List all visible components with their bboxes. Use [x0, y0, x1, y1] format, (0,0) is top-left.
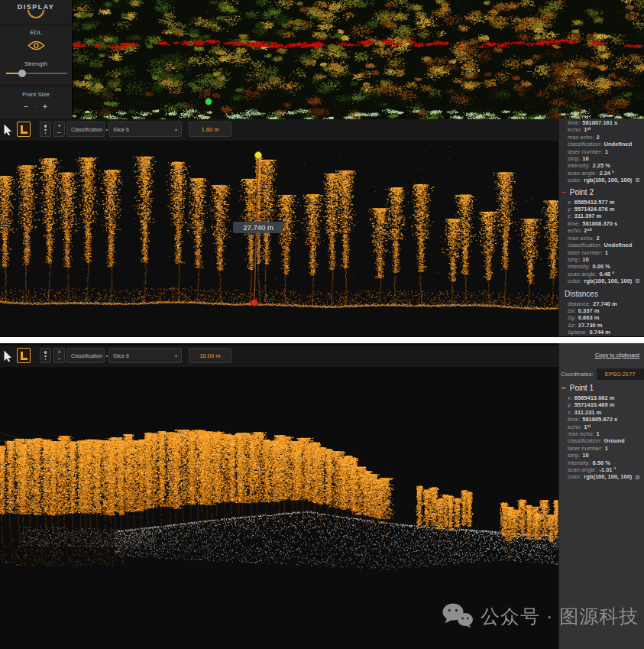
point-marker-yellow[interactable] — [254, 151, 262, 159]
info-row: y: 5571424.076 m — [559, 206, 644, 213]
point-marker-green[interactable] — [205, 98, 212, 105]
plus-icon[interactable]: + — [57, 122, 61, 129]
point-density-icon — [44, 125, 47, 134]
display-panel: DISPLAY EDL Strength Point Size − · + — [0, 0, 73, 119]
cursor-icon — [4, 350, 12, 362]
info-row: color: rgb(100, 100, 100) — [559, 473, 644, 480]
classification-dropdown[interactable]: Classification▾ — [66, 122, 105, 137]
info-row: Δplane: 0.744 m — [559, 329, 644, 336]
classification-dropdown[interactable]: Classification▾ — [66, 348, 105, 363]
strength-slider-thumb[interactable] — [18, 70, 26, 77]
info-row: echo: 1ˢᵗ — [559, 126, 644, 133]
point-size-indicator: · — [34, 104, 36, 109]
info-row: y: 5571410.469 m — [559, 401, 644, 408]
point1-tail-list: time: 581807.161 s echo: 1ˢᵗ max echo: 2 — [559, 119, 644, 184]
point-density-button[interactable] — [40, 122, 51, 137]
info-row: z: 311.397 m — [559, 213, 644, 219]
chevron-down-icon: ▾ — [175, 127, 177, 132]
plus-icon[interactable]: + — [57, 349, 61, 355]
info-row: scan angle: 2.24 ° — [559, 170, 644, 177]
point1-list: x: 6565413.062 m y: 5571410.469 m z: 311… — [559, 394, 644, 481]
info-row: z: 311.231 m — [559, 409, 644, 416]
slice-width-input-bottom[interactable]: 10.00 m — [189, 348, 231, 363]
info-row: laser number: 1 — [559, 148, 644, 155]
info-row: classification: Undefined — [559, 141, 644, 148]
profile-l-icon — [21, 352, 28, 360]
color-swatch — [636, 475, 639, 479]
chevron-down-icon: ▾ — [105, 127, 108, 132]
info-row: max echo: 2 — [559, 235, 644, 242]
coordinates-label: Coordinates: — [561, 371, 594, 378]
point1-marker: − — [561, 384, 566, 392]
point2-marker: − — [561, 188, 566, 196]
info-row: x: 6565413.062 m — [559, 394, 644, 401]
info-row: laser number: 1 — [559, 249, 644, 256]
info-row: x: 6565413.577 m — [559, 199, 644, 206]
info-row: laser number: 1 — [559, 445, 644, 452]
info-row: scan angle: -1.01 ° — [559, 466, 644, 473]
info-row: strip: 10 — [559, 155, 644, 162]
point-marker-red[interactable] — [251, 299, 258, 307]
coordinates-input[interactable] — [597, 368, 644, 380]
point1-header[interactable]: − Point 1 — [561, 384, 644, 392]
info-row: intensity: 2.25 % — [559, 162, 644, 169]
minus-icon[interactable]: − — [57, 129, 61, 136]
divider — [0, 85, 73, 86]
watermark: 公众号 · 图源科技 — [442, 602, 639, 630]
info-row: time: 581807.161 s — [559, 119, 644, 126]
point-size-increase-button[interactable]: + — [43, 102, 47, 111]
distances-header: Distances — [565, 290, 644, 298]
info-row: Δx: 0.337 m — [559, 307, 644, 314]
section-divider — [0, 337, 644, 343]
info-row: distance: 27.740 m — [559, 300, 644, 307]
zoom-in-out-button[interactable]: +− — [53, 122, 65, 137]
select-tool-button[interactable] — [2, 122, 14, 137]
point-size-label: Point Size — [0, 91, 72, 98]
point-density-button[interactable] — [40, 348, 51, 363]
info-row: strip: 10 — [559, 256, 644, 263]
select-tool-button[interactable] — [2, 348, 14, 363]
eye-icon[interactable] — [28, 40, 45, 54]
info-row: echo: 1ˢᵗ — [559, 423, 644, 430]
measurement-line — [0, 139, 558, 336]
wechat-icon — [442, 602, 474, 630]
info-row: time: 581808.370 s — [559, 220, 644, 227]
edl-label: EDL — [0, 29, 72, 36]
point-density-icon — [44, 351, 47, 360]
chevron-down-icon: ▾ — [105, 353, 108, 359]
profile-tool-button[interactable] — [17, 348, 31, 363]
top-view-viewport[interactable] — [73, 0, 644, 120]
app-window: DISPLAY EDL Strength Point Size − · + — [0, 0, 644, 649]
distances-list: distance: 27.740 m Δx: 0.337 m Δy: 0.663… — [559, 300, 644, 336]
point-info-panel-top: time: 581807.161 s echo: 1ˢᵗ max echo: 2 — [558, 118, 644, 336]
color-swatch — [636, 279, 639, 283]
slice-dropdown[interactable]: Slice 6▾ — [108, 348, 182, 363]
zoom-in-out-button[interactable]: +− — [53, 348, 65, 363]
profile-tool-button[interactable] — [17, 122, 31, 137]
point-size-decrease-button[interactable]: − — [24, 102, 28, 111]
info-row: Δz: 27.730 m — [559, 322, 644, 329]
info-row: max echo: 1 — [559, 430, 644, 437]
point2-list: x: 6565413.577 m y: 5571424.076 m z: 311… — [559, 199, 644, 285]
info-row: echo: 2ⁿᵈ — [559, 227, 644, 234]
cursor-icon — [4, 124, 12, 135]
info-row: intensity: 0.00 % — [559, 263, 644, 270]
slice-width-input-top[interactable]: 1.60 m — [189, 122, 231, 137]
strength-slider[interactable] — [6, 73, 67, 74]
info-row: color: rgb(100, 100, 100) — [559, 277, 644, 284]
chevron-down-icon: ▾ — [175, 353, 177, 359]
profile-l-icon — [21, 125, 28, 134]
point2-header[interactable]: − Point 2 — [561, 188, 644, 196]
divider — [0, 24, 73, 24]
info-row: max echo: 2 — [559, 134, 644, 141]
info-row: scan angle: 0.48 ° — [559, 271, 644, 277]
copy-to-clipboard-link[interactable]: Copy to clipboard — [559, 352, 644, 359]
slice-dropdown[interactable]: Slice 6▾ — [108, 122, 182, 137]
info-row: classification: Undefined — [559, 242, 644, 248]
measurement-label: 27.740 m — [233, 222, 283, 233]
info-row: intensity: 8.50 % — [559, 459, 644, 466]
color-swatch — [636, 178, 639, 182]
minus-icon[interactable]: − — [57, 355, 61, 362]
info-row: strip: 10 — [559, 452, 644, 459]
info-row: classification: Ground — [559, 437, 644, 444]
